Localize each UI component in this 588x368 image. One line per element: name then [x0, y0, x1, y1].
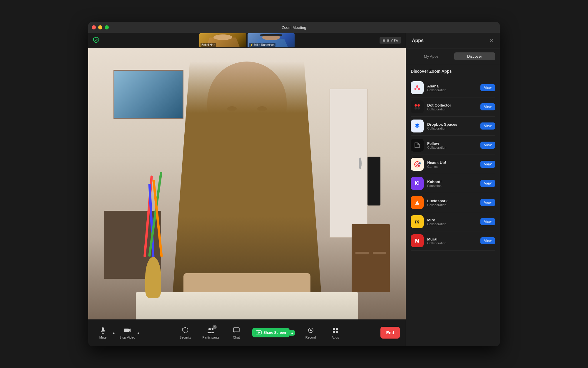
thumbnail-bobbi-label: Bobbi Hart [201, 43, 216, 47]
app-item-heads-up: 🎯 Heads Up! Games View [411, 155, 495, 174]
stop-video-button[interactable]: Stop Video [118, 324, 136, 342]
record-icon [307, 326, 315, 334]
app-category-fellow: Collaboration [427, 146, 477, 149]
thumbnail-mike-label: ⚡ Mike Robertson [249, 43, 275, 47]
video-section: Bobbi Hart ⚡ Mike Robertson [88, 33, 406, 346]
app-icon-kahoot: K! [411, 177, 424, 190]
app-icon-lucidspark [411, 196, 424, 209]
app-name-lucidspark: Lucidspark [427, 199, 477, 203]
view-app-button-kahoot[interactable]: View [480, 180, 495, 187]
app-item-fellow: Fellow Collaboration View [411, 136, 495, 155]
main-content: Bobbi Hart ⚡ Mike Robertson [88, 33, 500, 346]
app-icon-heads-up: 🎯 [411, 158, 424, 171]
app-item-mural: M Mural Collaboration View [411, 231, 495, 251]
speaker [368, 157, 380, 205]
sidebar-close-button[interactable]: ✕ [490, 37, 494, 44]
tab-my-apps[interactable]: My Apps [411, 52, 452, 60]
apps-icon [331, 326, 340, 334]
view-app-button-miro[interactable]: View [480, 218, 495, 225]
app-info-mural: Mural Collaboration [427, 237, 477, 245]
app-category-kahoot: Education [427, 184, 477, 188]
app-info-kahoot: Kahoot! Education [427, 180, 477, 188]
app-item-asana: Asana Collaboration View [411, 78, 495, 97]
tab-discover[interactable]: Discover [454, 52, 495, 60]
app-item-miro: m Miro Collaboration View [411, 212, 495, 231]
view-app-button-asana[interactable]: View [480, 84, 495, 91]
svg-rect-2 [124, 329, 129, 332]
close-traffic-light[interactable] [92, 25, 96, 29]
view-app-button-mural[interactable]: View [480, 237, 495, 244]
app-icon-miro: m [411, 215, 424, 228]
app-item-dropbox-spaces: Dropbox Spaces Collaboration View [411, 117, 495, 136]
view-app-button-lucidspark[interactable]: View [480, 199, 495, 206]
app-info-miro: Miro Collaboration [427, 218, 477, 226]
svg-marker-3 [129, 329, 131, 332]
chat-button[interactable]: Chat [228, 324, 245, 342]
video-arrow[interactable]: ▲ [136, 331, 141, 334]
view-icon: ⊞ [382, 38, 385, 42]
participants-label: Participants [202, 336, 219, 339]
thumbnails: Bobbi Hart ⚡ Mike Robertson [199, 33, 295, 47]
app-info-dot-collector: Dot Collector Collaboration [427, 103, 477, 111]
mute-button[interactable]: Mute [94, 324, 112, 342]
chat-icon [232, 326, 240, 334]
app-item-dot-collector: Dot Collector Collaboration View [411, 97, 495, 117]
title-bar: Zoom Meeting [88, 22, 500, 33]
svg-point-4 [208, 328, 211, 330]
chat-label: Chat [233, 336, 240, 339]
zoom-window: Zoom Meeting [88, 22, 500, 346]
share-arrow[interactable]: ▲ [290, 330, 295, 336]
window-title: Zoom Meeting [282, 25, 306, 30]
view-app-button-fellow[interactable]: View [480, 142, 495, 149]
share-screen-button[interactable]: Share Screen [252, 328, 290, 337]
apps-button[interactable]: Apps [327, 324, 344, 342]
end-button[interactable]: End [380, 327, 400, 339]
participants-button[interactable]: 3 Participants [201, 324, 220, 342]
view-app-button-heads-up[interactable]: View [480, 161, 495, 168]
apps-sidebar: Apps ✕ My Apps Discover Discover Zoom Ap… [406, 33, 500, 346]
svg-rect-6 [233, 328, 239, 332]
desk [136, 292, 358, 319]
app-icon-fellow [411, 139, 424, 152]
svg-rect-10 [333, 328, 335, 330]
app-icon-dot-collector [411, 100, 424, 113]
minimize-traffic-light[interactable] [98, 25, 102, 29]
svg-point-9 [310, 329, 312, 331]
app-info-fellow: Fellow Collaboration [427, 141, 477, 149]
mute-label: Mute [99, 336, 106, 339]
dresser [352, 224, 390, 292]
view-app-button-dot-collector[interactable]: View [480, 103, 495, 110]
participants-icon: 3 [207, 326, 215, 334]
svg-point-19 [415, 107, 417, 110]
record-button[interactable]: Record [302, 324, 320, 342]
fullscreen-traffic-light[interactable] [105, 25, 109, 29]
share-icon-container: Share Screen [256, 330, 286, 335]
thumbnail-mike[interactable]: ⚡ Mike Robertson [248, 33, 295, 47]
apps-label: Apps [332, 336, 339, 339]
svg-point-17 [415, 104, 417, 107]
app-info-dropbox-spaces: Dropbox Spaces Collaboration [427, 122, 477, 130]
app-info-lucidspark: Lucidspark Collaboration [427, 199, 477, 207]
svg-rect-11 [336, 328, 338, 330]
svg-rect-12 [333, 331, 335, 333]
view-button[interactable]: ⊞ ⊞ View [380, 37, 401, 44]
thumbnail-bobbi[interactable]: Bobbi Hart [199, 33, 246, 47]
traffic-lights [92, 25, 109, 29]
app-name-asana: Asana [427, 84, 477, 88]
security-button[interactable]: Security [176, 324, 194, 342]
toolbar: Mute ▲ Stop [88, 319, 406, 346]
security-label: Security [180, 336, 191, 339]
sidebar-title: Apps [412, 38, 424, 43]
discover-title: Discover Zoom Apps [411, 69, 495, 74]
app-list: Asana Collaboration View Dot Collector C… [411, 78, 495, 251]
app-category-dot-collector: Collaboration [427, 107, 477, 111]
svg-point-16 [418, 88, 420, 90]
app-icon-dropbox-spaces [411, 120, 424, 132]
mute-group: Mute ▲ [94, 324, 116, 342]
share-group: Share Screen ▲ [252, 328, 295, 337]
app-category-mural: Collaboration [427, 241, 477, 245]
app-category-dropbox-spaces: Collaboration [427, 127, 477, 130]
app-icon-asana [411, 81, 424, 94]
view-app-button-dropbox-spaces[interactable]: View [480, 122, 495, 130]
mute-arrow[interactable]: ▲ [112, 331, 116, 334]
